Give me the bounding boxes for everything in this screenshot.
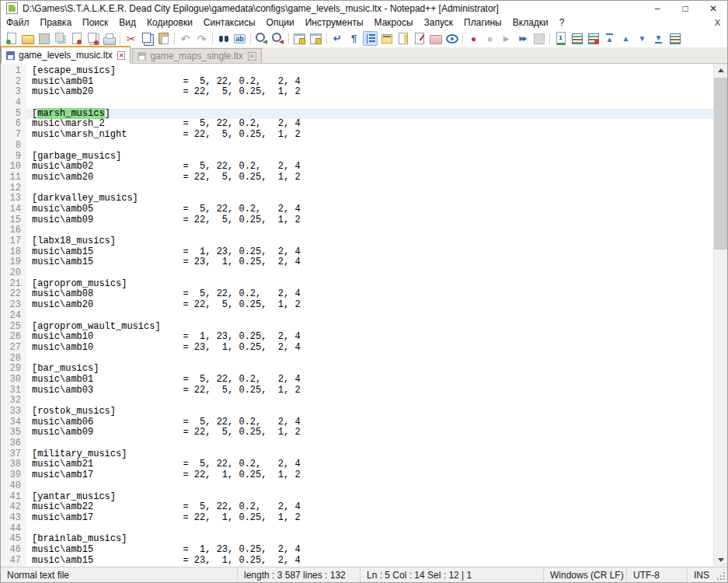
tab-active[interactable]: game_levels_music.ltx✕ <box>1 46 131 64</box>
tab-close-icon[interactable]: ✕ <box>248 52 256 61</box>
scroll-down-arrow-icon[interactable] <box>714 553 727 567</box>
resize-grip[interactable] <box>717 567 727 582</box>
function-list-icon[interactable] <box>412 31 427 46</box>
user-dialog-icon[interactable] <box>379 31 394 46</box>
replace-icon[interactable] <box>232 31 247 46</box>
menu-item[interactable]: Файл <box>1 17 35 28</box>
new-file-icon[interactable] <box>4 31 19 46</box>
menu-item[interactable]: Плагины <box>458 17 507 28</box>
maximize-button[interactable]: □ <box>671 1 699 16</box>
code-line[interactable]: 4 <box>1 98 713 109</box>
print-icon[interactable] <box>102 31 117 46</box>
code-line[interactable]: 2music\amb01 = 5, 22, 0.2, 2, 4 <box>1 77 713 88</box>
code-line[interactable]: 19music\amb15 = 23, 1, 0.25, 2, 4 <box>1 257 713 268</box>
code-line[interactable]: 38music\amb21 = 5, 22, 0.2, 2, 4 <box>1 459 713 470</box>
compare-options-icon[interactable] <box>667 31 682 46</box>
show-all-chars-icon[interactable] <box>347 31 361 46</box>
save-file-icon[interactable] <box>37 31 51 46</box>
code-line[interactable]: 31music\amb03 = 22, 5, 0.25, 1, 2 <box>1 386 713 396</box>
scrollbar-track[interactable] <box>714 77 727 553</box>
close-file-icon[interactable] <box>69 31 84 46</box>
code-line[interactable]: 1[escape_musics] <box>1 66 713 77</box>
macro-play-icon[interactable] <box>499 31 514 46</box>
zoom-in-icon[interactable] <box>254 31 269 46</box>
menu-item[interactable]: Запуск <box>419 17 459 28</box>
close-document-button[interactable]: X <box>715 18 720 27</box>
menu-item[interactable]: ? <box>554 17 570 28</box>
code-line[interactable]: 32 <box>1 396 713 407</box>
code-line[interactable]: 41[yantar_musics] <box>1 492 713 503</box>
menu-item[interactable]: Макросы <box>369 17 419 28</box>
code-line[interactable]: 39music\amb17 = 22, 1, 0.25, 1, 2 <box>1 470 713 481</box>
code-line[interactable]: 35music\amb09 = 22, 5, 0.25, 1, 2 <box>1 428 713 438</box>
tab-inactive[interactable]: game_maps_single.ltx✕ <box>132 48 261 63</box>
copy-icon[interactable] <box>140 31 155 46</box>
code-line[interactable]: 10music\amb02 = 5, 22, 0.2, 2, 4 <box>1 162 713 173</box>
code-line[interactable]: 7music\marsh_night = 22, 5, 0.25, 1, 2 <box>1 130 713 141</box>
code-line[interactable]: 22music\amb08 = 5, 22, 0.2, 2, 4 <box>1 289 713 300</box>
code-line[interactable]: 21[agroprom_musics] <box>1 279 713 290</box>
code-line[interactable]: 17[labx18_musics] <box>1 236 713 247</box>
code-line[interactable]: 42music\amb22 = 5, 22, 0.2, 2, 4 <box>1 502 713 513</box>
folder-workspace-icon[interactable] <box>428 31 443 46</box>
nav-last-icon[interactable] <box>651 31 666 46</box>
editor[interactable]: 1[escape_musics]2music\amb01 = 5, 22, 0.… <box>1 64 713 567</box>
menu-item[interactable]: Инструменты <box>300 17 369 28</box>
code-line[interactable]: 16 <box>1 225 713 236</box>
zoom-out-icon[interactable] <box>270 31 285 46</box>
find-icon[interactable] <box>216 31 231 46</box>
open-file-icon[interactable] <box>20 31 35 46</box>
code-line[interactable]: 23music\amb20 = 22, 5, 0.25, 1, 2 <box>1 300 713 311</box>
code-line[interactable]: 8 <box>1 141 713 152</box>
scroll-up-arrow-icon[interactable] <box>714 64 727 77</box>
macro-stop-icon[interactable] <box>482 31 497 46</box>
menu-item[interactable]: Опции <box>261 17 300 28</box>
code-line[interactable]: 25[agroprom_wault_musics] <box>1 322 713 333</box>
compare-icon[interactable] <box>570 31 584 46</box>
cut-icon[interactable] <box>124 31 138 46</box>
monitoring-icon[interactable] <box>444 31 459 46</box>
scrollbar-thumb[interactable] <box>714 78 727 250</box>
code-line[interactable]: 13[darkvalley_musics] <box>1 194 713 204</box>
nav-prev-icon[interactable] <box>618 31 633 46</box>
code-line[interactable]: 28 <box>1 354 713 365</box>
sync-vertical-icon[interactable] <box>292 31 307 46</box>
macro-run-multiple-icon[interactable] <box>515 31 530 46</box>
menu-item[interactable]: Вид <box>113 17 141 28</box>
code-line[interactable]: 20 <box>1 268 713 279</box>
code-line[interactable]: 33[rostok_musics] <box>1 407 713 417</box>
code-line[interactable]: 26music\amb10 = 1, 23, 0.25, 2, 4 <box>1 332 713 343</box>
save-all-icon[interactable] <box>53 31 68 46</box>
close-button[interactable]: ✕ <box>699 1 727 16</box>
compare-clear-icon[interactable] <box>586 31 601 46</box>
code-line[interactable]: 40 <box>1 481 713 492</box>
paste-icon[interactable] <box>156 31 171 46</box>
code-line[interactable]: 45[brainlab_musics] <box>1 534 713 545</box>
undo-icon[interactable] <box>178 31 193 46</box>
menu-item[interactable]: Синтаксисы <box>198 17 261 28</box>
code-line[interactable]: 37[military_musics] <box>1 449 713 460</box>
code-line[interactable]: 29[bar_musics] <box>1 364 713 375</box>
code-line[interactable]: 34music\amb06 = 5, 22, 0.2, 2, 4 <box>1 417 713 428</box>
code-line[interactable]: 3music\amb20 = 22, 5, 0.25, 1, 2 <box>1 87 713 98</box>
code-line[interactable]: 43music\amb17 = 22, 1, 0.25, 1, 2 <box>1 513 713 524</box>
code-line[interactable]: 36 <box>1 438 713 449</box>
macro-record-icon[interactable] <box>466 31 481 46</box>
close-all-icon[interactable] <box>85 31 100 46</box>
redo-icon[interactable] <box>194 31 209 46</box>
indent-guide-icon[interactable] <box>363 31 378 46</box>
code-line[interactable]: 6music\marsh_2 = 5, 22, 0.2, 2, 4 <box>1 119 713 130</box>
macro-save-icon[interactable] <box>531 31 546 46</box>
menu-item[interactable]: Вкладки <box>507 17 554 28</box>
code-line[interactable]: 18music\amb15 = 1, 23, 0.25, 2, 4 <box>1 247 713 258</box>
code-line[interactable]: 15music\amb09 = 22, 5, 0.25, 1, 2 <box>1 215 713 226</box>
word-wrap-icon[interactable] <box>330 31 345 46</box>
minimize-button[interactable]: – <box>643 1 671 16</box>
code-line[interactable]: 27music\amb10 = 23, 1, 0.25, 2, 4 <box>1 343 713 354</box>
tab-close-icon[interactable]: ✕ <box>117 51 126 60</box>
sync-horizontal-icon[interactable] <box>308 31 323 46</box>
doc-map-icon[interactable] <box>395 31 410 46</box>
plugin-convert-icon[interactable] <box>553 31 568 46</box>
code-line[interactable]: 5[marsh_musics] <box>1 109 713 120</box>
code-line[interactable]: 47music\amb15 = 23, 1, 0.25, 2, 4 <box>1 556 713 567</box>
